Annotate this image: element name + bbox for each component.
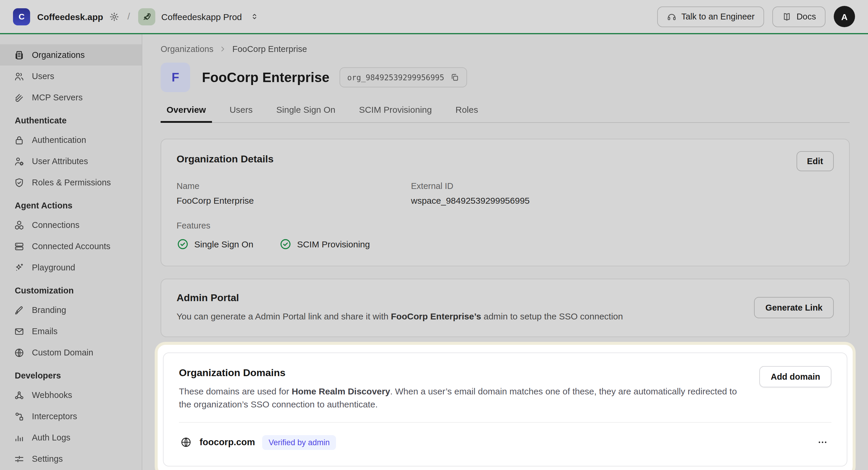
sidebar-section-agent-actions: Agent Actions	[0, 197, 142, 214]
mcp-servers-icon	[13, 92, 25, 103]
sidebar-item-label: Connected Accounts	[32, 242, 111, 251]
sidebar-item-label: MCP Servers	[32, 93, 83, 102]
environment-name[interactable]: Coffeedeskapp Prod	[161, 11, 242, 22]
org-header: F FooCorp Enterprise org_984925392999569…	[161, 63, 850, 92]
card-title: Admin Portal	[177, 292, 754, 304]
sidebar-item-label: Settings	[32, 454, 63, 464]
organizations-icon	[13, 49, 25, 61]
sidebar-item-label: Playground	[32, 263, 75, 272]
sidebar-section-developers: Developers	[0, 367, 142, 384]
breadcrumb-organizations[interactable]: Organizations	[161, 44, 213, 54]
organization-domains-card: Organization Domains Add domain These do…	[163, 352, 847, 466]
sidebar-item-label: User Attributes	[32, 156, 88, 166]
check-circle-icon	[279, 238, 292, 250]
user-avatar[interactable]: A	[834, 6, 855, 27]
sliders-icon	[13, 453, 25, 464]
top-bar-actions: Talk to an Engineer Docs A	[657, 6, 855, 27]
chevron-right-icon	[219, 45, 226, 53]
feature-single-sign-on: Single Sign On	[177, 238, 253, 250]
sparkle-icon	[13, 262, 25, 273]
feature-scim-provisioning: SCIM Provisioning	[279, 238, 370, 250]
feature-label: SCIM Provisioning	[297, 239, 370, 249]
sidebar-item-webhooks[interactable]: Webhooks	[0, 384, 142, 406]
breadcrumb: Organizations FooCorp Enterprise	[161, 44, 850, 54]
globe-icon	[180, 436, 192, 448]
desc-bold: Home Realm Discovery	[292, 386, 390, 396]
docs-label: Docs	[797, 12, 816, 21]
sidebar-item-connections[interactable]: Connections	[0, 214, 142, 236]
paintbrush-icon	[13, 304, 25, 316]
sidebar-item-label: Emails	[32, 326, 58, 336]
copy-icon[interactable]	[450, 73, 460, 82]
main-content: Organizations FooCorp Enterprise F FooCo…	[142, 34, 868, 470]
sidebar-item-label: Auth Logs	[32, 433, 70, 442]
highlight-spotlight: Organization Domains Add domain These do…	[155, 342, 856, 470]
sidebar-item-authentication[interactable]: Authentication	[0, 129, 142, 151]
features-label: Features	[177, 221, 834, 230]
users-icon	[13, 70, 25, 82]
ellipsis-menu-icon[interactable]	[815, 437, 830, 447]
sidebar: Organizations Users MCP Servers Authenti…	[0, 34, 142, 470]
sidebar-item-label: Branding	[32, 305, 66, 315]
interceptors-icon	[13, 411, 25, 422]
sidebar-item-user-attributes[interactable]: User Attributes	[0, 151, 142, 172]
sidebar-section-customization: Customization	[0, 282, 142, 300]
sidebar-item-label: Connections	[32, 220, 80, 230]
domain-row: foocorp.com Verified by admin	[179, 422, 831, 466]
sidebar-item-playground[interactable]: Playground	[0, 257, 142, 278]
card-title: Organization Details	[177, 154, 834, 165]
lock-icon	[13, 134, 25, 146]
talk-to-engineer-button[interactable]: Talk to an Engineer	[657, 6, 764, 27]
sidebar-item-auth-logs[interactable]: Auth Logs	[0, 427, 142, 448]
domain-name: foocorp.com	[199, 437, 255, 447]
sidebar-item-emails[interactable]: Emails	[0, 321, 142, 342]
add-domain-button[interactable]: Add domain	[760, 366, 831, 387]
desc-prefix: These domains are used for	[179, 386, 292, 396]
tab-roles[interactable]: Roles	[450, 104, 484, 123]
tab-users[interactable]: Users	[223, 104, 258, 123]
domains-description: These domains are used for Home Realm Di…	[179, 385, 746, 411]
sidebar-item-label: Users	[32, 71, 54, 81]
sidebar-item-label: Authentication	[32, 135, 86, 145]
admin-portal-card: Admin Portal You can generate a Admin Po…	[161, 279, 850, 337]
chevron-up-down-icon[interactable]	[250, 12, 258, 21]
user-gear-icon	[13, 156, 25, 167]
shield-check-icon	[13, 177, 25, 188]
sidebar-item-organizations[interactable]: Organizations	[0, 44, 142, 66]
app-logo: C	[13, 8, 30, 25]
sidebar-item-label: Organizations	[32, 50, 85, 60]
sidebar-item-roles-permissions[interactable]: Roles & Permissions	[0, 172, 142, 193]
sidebar-item-users[interactable]: Users	[0, 66, 142, 87]
sidebar-item-interceptors[interactable]: Interceptors	[0, 406, 142, 427]
breadcrumb-slash: /	[127, 11, 130, 22]
tab-scim-provisioning[interactable]: SCIM Provisioning	[353, 104, 438, 123]
sidebar-item-custom-domain[interactable]: Custom Domain	[0, 342, 142, 363]
org-avatar: F	[161, 63, 190, 92]
org-id-value: org_98492539299956995	[347, 73, 444, 82]
webhook-icon	[13, 389, 25, 401]
tab-single-sign-on[interactable]: Single Sign On	[271, 104, 341, 123]
sidebar-item-branding[interactable]: Branding	[0, 300, 142, 321]
globe-icon	[13, 347, 25, 358]
org-id-badge: org_98492539299956995	[340, 67, 467, 87]
tab-overview[interactable]: Overview	[161, 104, 212, 123]
check-circle-icon	[177, 238, 189, 250]
verified-badge: Verified by admin	[262, 435, 336, 450]
sidebar-section-authenticate: Authenticate	[0, 112, 142, 129]
envelope-icon	[13, 326, 25, 337]
docs-button[interactable]: Docs	[772, 6, 826, 27]
external-id-label: External ID	[411, 181, 530, 191]
gear-icon[interactable]	[109, 11, 119, 22]
sidebar-item-settings[interactable]: Settings	[0, 448, 142, 469]
sidebar-item-mcp-servers[interactable]: MCP Servers	[0, 87, 142, 108]
headphones-icon	[666, 11, 677, 22]
workspace-name[interactable]: Coffeedesk.app	[37, 11, 103, 22]
sidebar-item-label: Roles & Permissions	[32, 178, 111, 187]
edit-button[interactable]: Edit	[796, 151, 834, 171]
generate-link-button[interactable]: Generate Link	[754, 297, 834, 318]
feature-label: Single Sign On	[194, 239, 253, 249]
sidebar-item-connected-accounts[interactable]: Connected Accounts	[0, 236, 142, 257]
rocket-icon	[138, 8, 155, 25]
bar-chart-icon	[13, 432, 25, 443]
top-bar: C Coffeedesk.app / Coffeedeskapp Prod Ta…	[0, 0, 868, 33]
